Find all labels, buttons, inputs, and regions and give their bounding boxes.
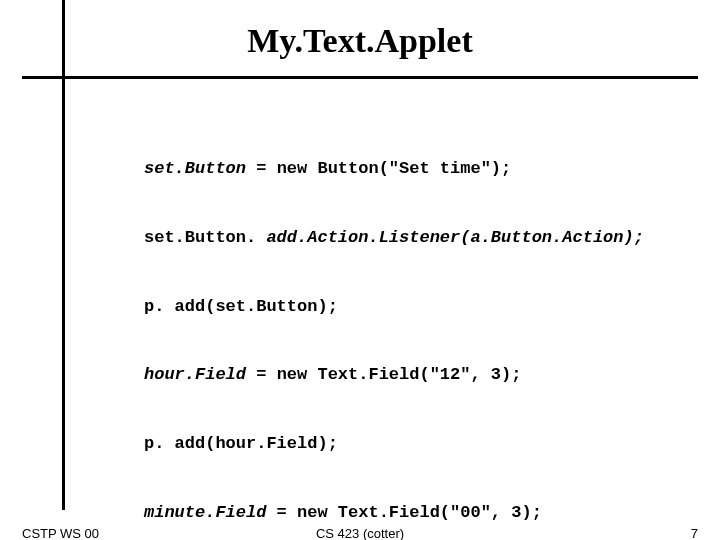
code-line: set.Button. add.Action.Listener(a.Button… (92, 227, 644, 250)
code-line: minute.Field = new Text.Field("00", 3); (92, 502, 644, 525)
code-line: p. add(set.Button); (92, 296, 644, 319)
slide: My.Text.Applet set.Button = new Button("… (0, 0, 720, 540)
code-line: p. add(hour.Field); (92, 433, 644, 456)
code-block: set.Button = new Button("Set time"); set… (92, 112, 644, 540)
code-line: hour.Field = new Text.Field("12", 3); (92, 364, 644, 387)
slide-title: My.Text.Applet (0, 22, 720, 60)
title-underline (22, 76, 698, 79)
footer-center: CS 423 (cotter) (0, 526, 720, 540)
code-line: set.Button = new Button("Set time"); (92, 158, 644, 181)
page-number: 7 (691, 526, 698, 540)
left-rule (62, 0, 65, 510)
